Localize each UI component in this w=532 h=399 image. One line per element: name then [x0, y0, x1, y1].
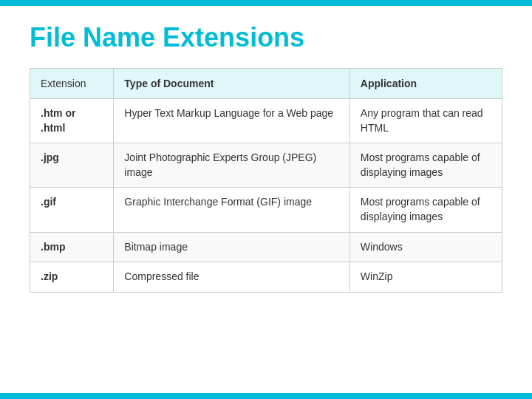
extension-zip: .zip: [30, 262, 114, 293]
type-htm-html: Hyper Text Markup Language for a Web pag…: [114, 99, 350, 143]
header-application: Application: [349, 69, 502, 99]
app-jpg: Most programs capable of displaying imag…: [349, 143, 502, 188]
type-bmp: Bitmap image: [114, 232, 350, 262]
table-row: .htm or .html Hyper Text Markup Language…: [30, 99, 502, 143]
table-row: .zip Compressed file WinZip: [30, 262, 502, 293]
table-row: .jpg Joint Photographic Experts Group (J…: [30, 143, 502, 188]
table-row: .bmp Bitmap image Windows: [30, 232, 502, 262]
type-zip: Compressed file: [114, 262, 350, 293]
page-title: File Name Extensions: [0, 0, 532, 68]
top-bar: [0, 0, 532, 6]
table-header-row: Extension Type of Document Application: [30, 69, 502, 99]
extension-bmp: .bmp: [30, 232, 114, 262]
app-htm-html: Any program that can read HTML: [349, 99, 502, 143]
extension-htm-html: .htm or .html: [30, 99, 114, 143]
header-type-of-document: Type of Document: [114, 69, 350, 99]
file-extensions-table: Extension Type of Document Application .…: [30, 68, 502, 293]
extension-gif: .gif: [30, 188, 114, 232]
type-jpg: Joint Photographic Experts Group (JPEG) …: [114, 143, 350, 188]
extension-jpg: .jpg: [30, 143, 114, 188]
header-extension: Extension: [30, 69, 114, 99]
bottom-bar: [0, 393, 532, 399]
app-bmp: Windows: [349, 232, 502, 262]
table-container: Extension Type of Document Application .…: [0, 68, 532, 293]
app-zip: WinZip: [349, 262, 502, 293]
table-row: .gif Graphic Interchange Format (GIF) im…: [30, 188, 502, 232]
type-gif: Graphic Interchange Format (GIF) image: [114, 188, 350, 232]
app-gif: Most programs capable of displaying imag…: [349, 188, 502, 232]
